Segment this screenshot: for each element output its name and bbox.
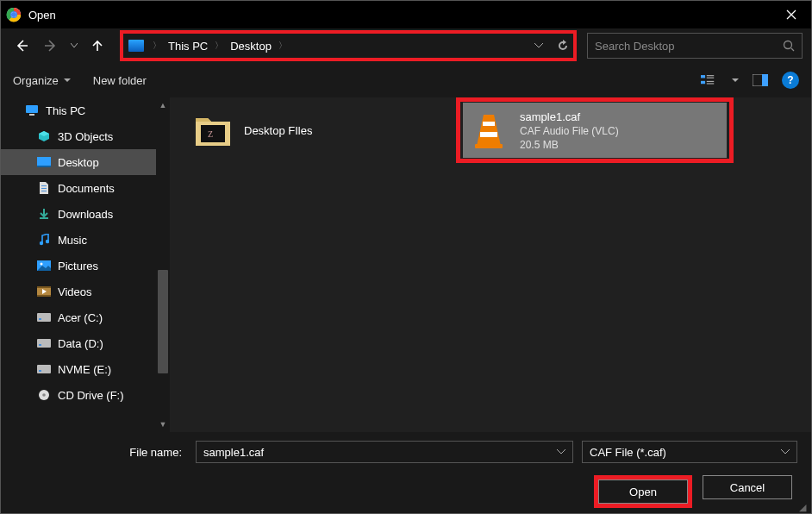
file-area[interactable]: Z Desktop FIles sample1.ca [170, 97, 811, 432]
scroll-up-icon[interactable]: ▲ [156, 97, 170, 113]
filename-input[interactable] [203, 446, 557, 459]
svg-rect-17 [41, 185, 47, 186]
chevron-down-icon[interactable] [732, 78, 739, 83]
svg-point-24 [41, 263, 43, 266]
new-folder-button[interactable]: New folder [93, 74, 147, 87]
pictures-icon [37, 259, 51, 273]
chevron-right-icon: 〉 [215, 40, 223, 52]
sidebar-item-videos[interactable]: Videos [1, 279, 170, 304]
breadcrumb-desktop[interactable]: Desktop [227, 36, 275, 56]
sidebar-item-label: This PC [46, 104, 85, 117]
sidebar-item-music[interactable]: Music [1, 227, 170, 253]
scroll-thumb[interactable] [158, 270, 168, 373]
svg-rect-15 [37, 157, 51, 166]
breadcrumb-thispc[interactable]: This PC [165, 36, 211, 56]
sidebar-item-drive-e[interactable]: NVME (E:) [1, 356, 170, 382]
svg-rect-10 [707, 83, 714, 84]
music-icon [37, 233, 51, 247]
sidebar-item-drive-d[interactable]: Data (D:) [1, 330, 170, 356]
sidebar-item-documents[interactable]: Documents [1, 175, 170, 201]
view-mode-icon[interactable] [701, 71, 720, 90]
svg-rect-26 [37, 286, 51, 288]
svg-text:Z: Z [208, 129, 213, 139]
sidebar-item-pictures[interactable]: Pictures [1, 253, 170, 279]
annotation-highlight: Open [594, 475, 692, 508]
nav-row: 〉 This PC 〉 Desktop 〉 [1, 28, 811, 63]
thispc-icon [128, 40, 144, 52]
svg-point-3 [11, 12, 16, 17]
sidebar-item-drive-c[interactable]: Acer (C:) [1, 304, 170, 330]
svg-point-35 [42, 393, 46, 397]
chevron-down-icon[interactable] [557, 449, 565, 454]
nav-recent-dropdown-icon[interactable] [68, 34, 80, 58]
nav-back-icon[interactable] [9, 34, 34, 58]
folder-icon: Z [192, 110, 234, 151]
sidebar-item-label: CD Drive (F:) [58, 389, 124, 402]
sidebar-scrollbar[interactable]: ▲ ▼ [156, 97, 170, 432]
desktop-icon [37, 155, 51, 169]
svg-point-22 [46, 240, 49, 243]
address-dropdown-icon[interactable] [528, 35, 549, 56]
cube-icon [37, 129, 51, 143]
sidebar-item-cddrive[interactable]: CD Drive (F:) [1, 382, 170, 408]
scroll-down-icon[interactable]: ▼ [156, 417, 170, 432]
drive-icon [37, 336, 51, 350]
preview-pane-icon[interactable] [751, 71, 770, 90]
sidebar-item-label: NVME (E:) [58, 363, 111, 376]
cancel-button[interactable]: Cancel [703, 475, 792, 499]
sidebar-item-label: Data (D:) [58, 337, 103, 350]
svg-rect-8 [701, 81, 705, 84]
svg-rect-40 [475, 144, 503, 148]
svg-rect-32 [37, 365, 51, 373]
download-icon [37, 207, 51, 221]
svg-rect-29 [39, 318, 41, 320]
svg-rect-16 [37, 166, 51, 167]
filetype-value: CAF File (*.caf) [590, 446, 666, 459]
svg-rect-12 [762, 74, 768, 86]
drive-icon [37, 362, 51, 376]
toolbar: Organize New folder ? [1, 63, 811, 97]
sidebar-item-label: Acer (C:) [58, 311, 103, 324]
address-bar[interactable]: 〉 This PC 〉 Desktop 〉 [120, 30, 577, 61]
sidebar-item-3dobjects[interactable]: 3D Objects [1, 123, 170, 149]
sidebar-item-label: Downloads [58, 208, 113, 221]
search-input[interactable] [595, 40, 783, 53]
search-box[interactable] [587, 33, 803, 59]
sidebar-item-thispc[interactable]: This PC [1, 97, 170, 123]
sidebar-item-desktop[interactable]: Desktop [1, 149, 170, 175]
file-item-folder[interactable]: Z Desktop FIles [187, 104, 428, 156]
sidebar-item-label: 3D Objects [58, 130, 113, 143]
help-icon[interactable]: ? [782, 72, 799, 89]
content-area: This PC 3D Objects Desktop Documents Dow… [1, 97, 811, 432]
svg-rect-38 [483, 122, 495, 126]
drive-icon [37, 310, 51, 324]
svg-rect-20 [40, 217, 48, 219]
sidebar-item-label: Music [58, 234, 87, 247]
document-icon [37, 181, 51, 195]
close-button[interactable] [771, 1, 811, 28]
svg-rect-19 [41, 191, 47, 191]
filename-label: File name: [15, 446, 187, 459]
file-item-selected[interactable]: sample1.caf CAF Audio File (VLC) 20.5 MB [463, 103, 727, 158]
new-folder-label: New folder [93, 74, 147, 87]
filename-combobox[interactable] [196, 441, 573, 463]
organize-menu[interactable]: Organize [13, 74, 71, 87]
open-button[interactable]: Open [598, 480, 688, 504]
resize-grip-icon[interactable]: ◢ [799, 505, 808, 510]
nav-up-icon[interactable] [85, 34, 109, 58]
svg-rect-27 [37, 295, 51, 297]
search-icon[interactable] [783, 40, 795, 52]
sidebar-item-label: Documents [58, 182, 115, 195]
refresh-icon[interactable] [553, 35, 573, 56]
sidebar-item-downloads[interactable]: Downloads [1, 201, 170, 227]
nav-forward-icon[interactable] [39, 34, 63, 58]
chevron-down-icon [781, 449, 790, 454]
svg-rect-5 [701, 75, 705, 78]
sidebar-item-label: Videos [58, 285, 92, 298]
titlebar: Open [1, 1, 811, 28]
filetype-select[interactable]: CAF File (*.caf) [582, 441, 797, 463]
svg-rect-28 [37, 313, 51, 322]
svg-rect-33 [39, 370, 41, 372]
svg-rect-31 [39, 344, 41, 346]
svg-rect-14 [29, 114, 34, 116]
